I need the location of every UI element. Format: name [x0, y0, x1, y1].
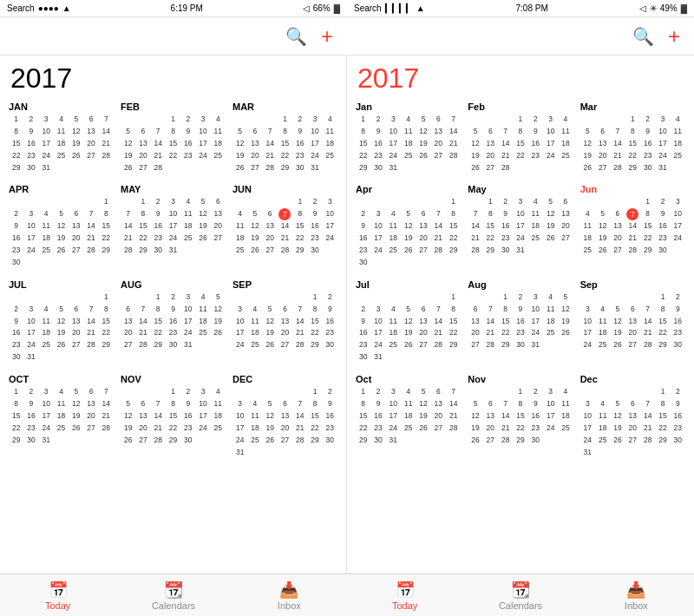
cal-cell[interactable]: 16: [674, 410, 682, 423]
cal-cell[interactable]: 10: [199, 126, 206, 138]
cal-cell[interactable]: 6: [141, 126, 146, 138]
cal-cell[interactable]: 16: [644, 138, 651, 150]
cal-cell[interactable]: 15: [516, 410, 524, 423]
cal-cell[interactable]: 19: [72, 410, 80, 423]
cal-cell[interactable]: 16: [154, 220, 161, 233]
cal-cell[interactable]: 3: [29, 208, 34, 220]
cal-cell[interactable]: 18: [390, 327, 397, 339]
cal-cell[interactable]: 15: [359, 138, 367, 150]
cal-cell[interactable]: 27: [87, 150, 95, 162]
cal-cell[interactable]: 31: [169, 245, 177, 257]
cal-cell[interactable]: 9: [503, 208, 507, 220]
cal-cell[interactable]: 7: [474, 208, 478, 220]
cal-cell[interactable]: 23: [184, 150, 192, 162]
cal-cell[interactable]: 4: [59, 386, 63, 398]
cal-cell[interactable]: 8: [171, 126, 175, 138]
cal-cell[interactable]: 15: [629, 138, 637, 150]
cal-cell[interactable]: 6: [283, 398, 287, 410]
cal-cell[interactable]: 22: [449, 327, 457, 339]
cal-cell[interactable]: 10: [27, 220, 35, 233]
cal-cell[interactable]: 23: [311, 233, 318, 245]
cal-cell[interactable]: 15: [102, 220, 110, 233]
cal-cell[interactable]: 25: [584, 245, 592, 257]
cal-cell[interactable]: 6: [89, 386, 94, 398]
cal-cell[interactable]: 8: [661, 398, 665, 410]
cal-cell[interactable]: 1: [104, 292, 108, 304]
cal-cell[interactable]: 14: [265, 138, 273, 150]
cal-cell[interactable]: 8: [283, 126, 287, 138]
cal-cell[interactable]: 6: [616, 208, 620, 220]
cal-cell[interactable]: 11: [404, 398, 412, 410]
cal-cell[interactable]: 1: [519, 114, 523, 126]
cal-cell[interactable]: 2: [29, 386, 34, 398]
cal-cell[interactable]: 20: [419, 327, 427, 339]
cal-cell[interactable]: 16: [374, 410, 382, 423]
cal-cell[interactable]: 6: [631, 304, 635, 316]
cal-cell[interactable]: 7: [616, 126, 620, 138]
cal-cell[interactable]: 17: [390, 138, 397, 150]
cal-cell[interactable]: 10: [374, 316, 382, 328]
cal-cell[interactable]: 6: [216, 196, 220, 208]
cal-cell[interactable]: 21: [613, 150, 621, 162]
cal-cell[interactable]: 7: [451, 114, 455, 126]
cal-cell[interactable]: 12: [124, 138, 132, 150]
cal-cell[interactable]: 14: [487, 316, 494, 328]
cal-cell[interactable]: 23: [27, 423, 35, 435]
cal-cell[interactable]: 1: [451, 292, 455, 304]
cal-cell[interactable]: 28: [449, 423, 457, 435]
cal-cell[interactable]: 9: [376, 398, 381, 410]
cal-cell[interactable]: 20: [265, 233, 273, 245]
cal-cell[interactable]: 3: [238, 398, 242, 410]
cal-cell[interactable]: 6: [141, 398, 146, 410]
cal-cell[interactable]: 26: [584, 162, 592, 174]
cal-cell[interactable]: 11: [57, 398, 65, 410]
cal-cell[interactable]: 7: [104, 386, 108, 398]
cal-cell[interactable]: 9: [376, 126, 381, 138]
cal-cell[interactable]: 8: [104, 208, 108, 220]
cal-cell[interactable]: 14: [87, 316, 95, 328]
cal-cell[interactable]: 23: [326, 327, 334, 339]
cal-cell[interactable]: 12: [214, 304, 222, 316]
cal-cell[interactable]: 4: [548, 292, 553, 304]
cal-cell[interactable]: 27: [87, 423, 95, 435]
cal-cell[interactable]: 29: [359, 162, 367, 174]
cal-cell[interactable]: 18: [404, 138, 412, 150]
cal-cell[interactable]: 23: [674, 327, 682, 339]
cal-cell[interactable]: 6: [89, 114, 94, 126]
cal-cell[interactable]: 19: [124, 423, 132, 435]
cal-cell[interactable]: 26: [72, 423, 80, 435]
cal-cell[interactable]: 10: [584, 410, 592, 423]
cal-cell[interactable]: 20: [629, 327, 637, 339]
left-tab-inbox[interactable]: 📥 Inbox: [232, 580, 347, 611]
cal-cell[interactable]: 6: [74, 208, 78, 220]
cal-cell[interactable]: 9: [29, 398, 34, 410]
cal-cell[interactable]: 28: [629, 245, 637, 257]
cal-cell[interactable]: 16: [532, 410, 540, 423]
cal-cell[interactable]: 20: [435, 138, 442, 150]
cal-cell[interactable]: 24: [532, 327, 540, 339]
cal-cell[interactable]: 14: [124, 220, 132, 233]
cal-cell[interactable]: 3: [391, 114, 396, 126]
cal-cell[interactable]: 4: [586, 208, 590, 220]
cal-cell[interactable]: 4: [186, 196, 190, 208]
cal-cell[interactable]: 26: [124, 162, 132, 174]
cal-cell[interactable]: 19: [584, 150, 592, 162]
cal-cell[interactable]: 24: [584, 435, 592, 447]
cal-cell[interactable]: 24: [169, 233, 177, 245]
cal-cell[interactable]: 21: [124, 233, 132, 245]
cal-cell[interactable]: 29: [12, 162, 20, 174]
cal-cell[interactable]: 24: [236, 339, 244, 351]
cal-cell[interactable]: 17: [584, 423, 592, 435]
cal-cell[interactable]: 28: [501, 162, 509, 174]
cal-cell[interactable]: 8: [488, 208, 493, 220]
cal-cell[interactable]: 19: [404, 233, 412, 245]
cal-cell[interactable]: 20: [72, 327, 80, 339]
cal-cell[interactable]: 10: [236, 316, 244, 328]
cal-cell[interactable]: 17: [199, 138, 206, 150]
cal-cell[interactable]: 26: [471, 162, 479, 174]
cal-cell[interactable]: 25: [214, 150, 222, 162]
cal-cell[interactable]: 23: [154, 233, 161, 245]
cal-cell[interactable]: 15: [311, 410, 318, 423]
cal-cell[interactable]: 2: [328, 292, 332, 304]
cal-cell[interactable]: 12: [265, 410, 273, 423]
